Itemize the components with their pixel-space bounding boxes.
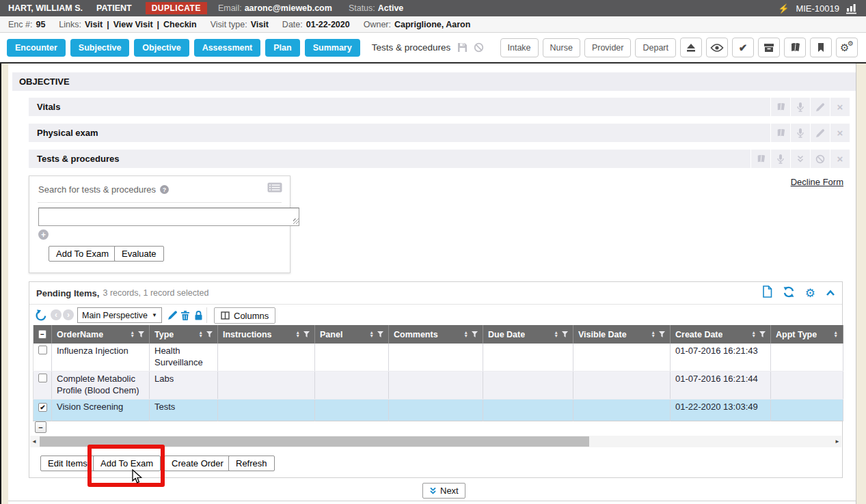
sort-icon[interactable]: ▲▼ [554,331,558,337]
physical-exam-section-bar[interactable]: Physical exam × [29,124,850,142]
col-appt-type[interactable]: Appt Type [776,330,817,339]
refresh-grid-button[interactable] [783,286,795,300]
provider-button[interactable]: Provider [584,38,632,57]
perspective-select[interactable]: Main Perspective ▼ [77,307,162,323]
create-order-button[interactable]: Create Order [164,456,231,471]
scroll-left-arrow[interactable]: ◄ [30,436,38,447]
col-visible-date[interactable]: Visible Date [578,330,627,339]
tab-subjective[interactable]: Subjective [70,39,130,57]
tests-procedures-section-bar[interactable]: Tests & procedures × [29,150,850,168]
scrollbar-thumb[interactable] [40,436,589,447]
settings-button[interactable]: ⚙ ⚙ [836,38,858,57]
view-visit-link[interactable]: View Visit [113,20,153,29]
filter-icon[interactable] [659,331,665,337]
physical-exam-edit-button[interactable] [810,124,830,142]
filter-icon[interactable] [562,331,568,337]
checkin-link[interactable]: Checkin [163,20,197,29]
edit-perspective-button[interactable] [167,310,178,323]
tests-disable-button[interactable] [810,150,830,168]
row-checkbox-checked[interactable]: ✔ [38,403,47,412]
filter-icon[interactable] [206,331,213,337]
sort-icon[interactable]: ▲▼ [752,331,756,337]
physical-exam-dictate-button[interactable] [790,124,810,142]
sign-button[interactable]: ✔ [732,38,754,57]
tests-notes-button[interactable] [750,150,770,168]
sort-icon[interactable]: ▲▼ [651,331,655,337]
scroll-right-arrow[interactable]: ► [833,436,841,447]
physical-exam-notes-button[interactable] [770,124,790,142]
collapse-rows-button[interactable]: − [35,421,46,433]
resize-grip[interactable] [293,219,299,224]
new-document-button[interactable] [762,285,772,300]
tab-encounter[interactable]: Encounter [7,39,66,57]
duplicate-badge[interactable]: DUPLICATE [146,2,207,14]
disable-slash-icon[interactable] [474,42,484,53]
tests-dictate-button[interactable] [770,150,790,168]
decline-form-link[interactable]: Decline Form [791,177,843,187]
select-all-checkbox[interactable]: − [38,330,46,339]
filter-icon[interactable] [138,331,144,337]
edit-items-button[interactable]: Edit Items [40,456,95,471]
filter-icon[interactable] [303,331,310,337]
add-row-icon[interactable]: + [38,229,49,240]
tests-close-button[interactable]: × [830,150,850,168]
table-row-selected[interactable]: ✔ Vision Screening Tests 01-22-2020 13:0… [33,399,843,421]
view-button[interactable] [706,38,728,57]
filter-icon[interactable] [759,331,766,337]
refresh-button[interactable]: Refresh [228,456,275,471]
col-panel[interactable]: Panel [320,330,342,339]
col-due-date[interactable]: Due Date [488,330,525,339]
perspective-forward-button[interactable]: › [63,309,74,320]
horizontal-scrollbar[interactable]: ◄ ► [30,436,841,447]
intake-button[interactable]: Intake [500,38,539,57]
sort-icon[interactable]: ▲▼ [834,331,838,337]
vitals-close-button[interactable]: × [830,98,850,116]
lock-perspective-button[interactable] [194,310,203,324]
bar-chart-icon[interactable] [846,3,859,14]
undo-button[interactable] [35,309,47,324]
table-row[interactable]: Influenza Injection Health Surveillance … [33,344,843,371]
list-view-icon[interactable] [267,182,282,195]
tab-plan[interactable]: Plan [265,39,299,57]
col-ordername[interactable]: OrderName [57,330,103,339]
add-to-exam-button[interactable]: Add To Exam [93,456,161,471]
tab-assessment[interactable]: Assessment [194,39,261,57]
table-row[interactable]: Complete Metabolic Profile (Blood Chem) … [33,371,843,399]
sort-icon[interactable]: ▲▼ [199,331,203,337]
sort-icon[interactable]: ▲▼ [370,331,374,337]
documents-button[interactable] [784,38,806,57]
perspective-back-button[interactable]: ‹ [51,309,62,320]
lightning-bolt-icon[interactable]: ⚡ [778,3,789,14]
filter-icon[interactable] [377,331,383,337]
vitals-edit-button[interactable] [810,98,830,116]
tests-collapse-button[interactable] [790,150,810,168]
col-instructions[interactable]: Instructions [223,330,272,339]
tests-search-input[interactable] [38,208,299,226]
archive-button[interactable] [758,38,780,57]
vitals-section-bar[interactable]: Vitals × [29,98,850,116]
tab-summary[interactable]: Summary [305,39,360,57]
search-add-to-exam-button[interactable]: Add To Exam [49,246,116,262]
vitals-dictate-button[interactable] [790,98,810,116]
collapse-panel-button[interactable] [826,287,835,299]
next-button[interactable]: Next [422,483,465,499]
evaluate-button[interactable]: Evaluate [114,246,164,262]
col-comments[interactable]: Comments [394,330,438,339]
physical-exam-close-button[interactable]: × [830,124,850,142]
row-checkbox[interactable] [38,374,47,382]
delete-perspective-button[interactable] [180,310,190,324]
vitals-notes-button[interactable] [770,98,790,116]
sort-icon[interactable]: ▲▼ [464,331,468,337]
row-checkbox[interactable] [38,346,47,354]
columns-button[interactable]: Columns [214,307,275,324]
visit-link[interactable]: Visit [85,20,103,29]
col-create-date[interactable]: Create Date [675,330,722,339]
sort-icon[interactable]: ▲▼ [131,331,135,337]
sort-icon[interactable]: ▲▼ [296,331,300,337]
grid-settings-icon[interactable]: ⚙ [805,288,815,299]
tab-objective[interactable]: Objective [134,39,189,57]
col-type[interactable]: Type [154,330,174,339]
filter-icon[interactable] [472,331,478,337]
save-icon[interactable] [457,42,468,53]
bookmark-button[interactable] [810,38,832,57]
